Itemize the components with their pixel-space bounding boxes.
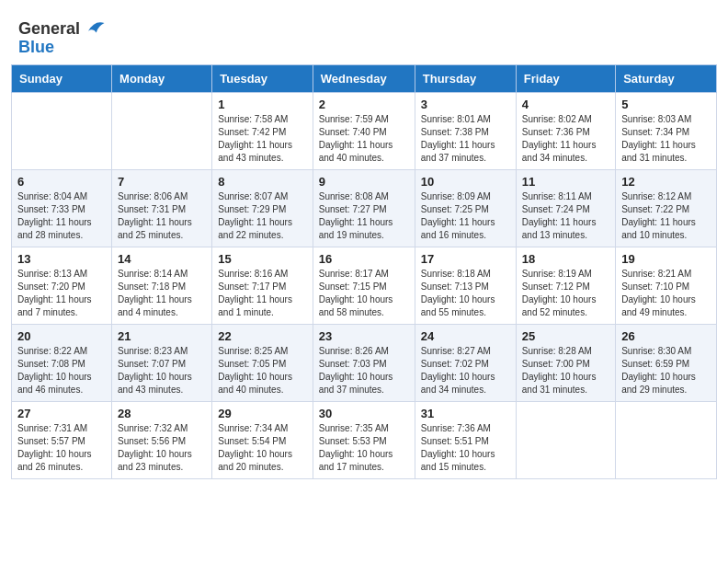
day-cell: 8Sunrise: 8:07 AMSunset: 7:29 PMDaylight… [212, 169, 313, 247]
weekday-header-friday: Friday [516, 64, 615, 92]
day-cell: 18Sunrise: 8:19 AMSunset: 7:12 PMDayligh… [516, 247, 615, 324]
day-info: Sunrise: 8:27 AMSunset: 7:02 PMDaylight:… [421, 346, 495, 395]
day-cell: 17Sunrise: 8:18 AMSunset: 7:13 PMDayligh… [415, 247, 516, 324]
logo-blue-text: Blue [18, 39, 54, 57]
day-cell: 23Sunrise: 8:26 AMSunset: 7:03 PMDayligh… [313, 324, 415, 401]
day-number: 24 [421, 329, 510, 343]
day-number: 5 [621, 98, 711, 111]
day-cell: 21Sunrise: 8:23 AMSunset: 7:07 PMDayligh… [112, 324, 212, 401]
day-cell: 5Sunrise: 8:03 AMSunset: 7:34 PMDaylight… [616, 92, 717, 169]
day-number: 9 [319, 175, 409, 189]
day-cell: 11Sunrise: 8:11 AMSunset: 7:24 PMDayligh… [516, 169, 615, 247]
day-number: 30 [319, 407, 409, 420]
day-cell: 20Sunrise: 8:22 AMSunset: 7:08 PMDayligh… [12, 324, 112, 401]
day-cell: 10Sunrise: 8:09 AMSunset: 7:25 PMDayligh… [415, 169, 516, 247]
day-info: Sunrise: 8:22 AMSunset: 7:08 PMDaylight:… [17, 346, 92, 395]
day-info: Sunrise: 8:09 AMSunset: 7:25 PMDaylight:… [421, 191, 495, 240]
day-cell: 9Sunrise: 8:08 AMSunset: 7:27 PMDaylight… [313, 169, 415, 247]
day-cell: 30Sunrise: 7:35 AMSunset: 5:53 PMDayligh… [313, 401, 415, 478]
day-cell: 26Sunrise: 8:30 AMSunset: 6:59 PMDayligh… [616, 324, 717, 401]
header: General Blue [0, 0, 728, 64]
day-info: Sunrise: 8:17 AMSunset: 7:15 PMDaylight:… [319, 269, 393, 317]
week-row-1: 1Sunrise: 7:58 AMSunset: 7:42 PMDaylight… [12, 92, 717, 169]
day-number: 23 [319, 329, 409, 343]
day-info: Sunrise: 8:13 AMSunset: 7:20 PMDaylight:… [17, 269, 92, 317]
day-cell: 16Sunrise: 8:17 AMSunset: 7:15 PMDayligh… [313, 247, 415, 324]
day-cell: 14Sunrise: 8:14 AMSunset: 7:18 PMDayligh… [112, 247, 212, 324]
day-cell: 24Sunrise: 8:27 AMSunset: 7:02 PMDayligh… [415, 324, 516, 401]
logo: General Blue [18, 17, 108, 57]
logo-bird-icon [82, 17, 108, 42]
calendar-page: General Blue SundayMondayTuesdayWednesda… [0, 0, 728, 563]
day-cell: 25Sunrise: 8:28 AMSunset: 7:00 PMDayligh… [516, 324, 615, 401]
day-cell: 28Sunrise: 7:32 AMSunset: 5:56 PMDayligh… [112, 401, 212, 478]
day-cell [112, 92, 212, 169]
day-info: Sunrise: 8:11 AMSunset: 7:24 PMDaylight:… [522, 191, 597, 240]
day-cell: 6Sunrise: 8:04 AMSunset: 7:33 PMDaylight… [12, 169, 112, 247]
weekday-header-tuesday: Tuesday [212, 64, 313, 92]
day-info: Sunrise: 8:16 AMSunset: 7:17 PMDaylight:… [218, 269, 292, 317]
day-info: Sunrise: 7:31 AMSunset: 5:57 PMDaylight:… [17, 423, 92, 472]
day-number: 17 [421, 252, 510, 266]
weekday-header-sunday: Sunday [12, 64, 112, 92]
day-cell: 22Sunrise: 8:25 AMSunset: 7:05 PMDayligh… [212, 324, 313, 401]
weekday-header-saturday: Saturday [616, 64, 717, 92]
logo-text: General [18, 20, 80, 39]
day-number: 21 [118, 329, 206, 343]
day-number: 15 [218, 252, 306, 266]
day-number: 1 [218, 98, 306, 111]
day-number: 4 [522, 98, 609, 111]
day-info: Sunrise: 8:26 AMSunset: 7:03 PMDaylight:… [319, 346, 393, 395]
day-info: Sunrise: 8:12 AMSunset: 7:22 PMDaylight:… [621, 191, 696, 240]
day-info: Sunrise: 8:04 AMSunset: 7:33 PMDaylight:… [17, 191, 92, 240]
day-info: Sunrise: 7:34 AMSunset: 5:54 PMDaylight:… [218, 423, 292, 472]
day-number: 12 [621, 175, 711, 189]
week-row-2: 6Sunrise: 8:04 AMSunset: 7:33 PMDaylight… [12, 169, 717, 247]
calendar-table: SundayMondayTuesdayWednesdayThursdayFrid… [11, 64, 717, 479]
day-info: Sunrise: 8:23 AMSunset: 7:07 PMDaylight:… [118, 346, 192, 395]
day-cell: 27Sunrise: 7:31 AMSunset: 5:57 PMDayligh… [12, 401, 112, 478]
day-number: 10 [421, 175, 510, 189]
day-cell: 31Sunrise: 7:36 AMSunset: 5:51 PMDayligh… [415, 401, 516, 478]
day-cell: 7Sunrise: 8:06 AMSunset: 7:31 PMDaylight… [112, 169, 212, 247]
day-info: Sunrise: 7:32 AMSunset: 5:56 PMDaylight:… [118, 423, 192, 472]
day-number: 18 [522, 252, 609, 266]
day-number: 19 [621, 252, 711, 266]
day-number: 29 [218, 407, 306, 420]
day-info: Sunrise: 8:30 AMSunset: 6:59 PMDaylight:… [621, 346, 696, 395]
day-info: Sunrise: 8:07 AMSunset: 7:29 PMDaylight:… [218, 191, 292, 240]
day-info: Sunrise: 7:59 AMSunset: 7:40 PMDaylight:… [319, 114, 393, 163]
day-number: 11 [522, 175, 609, 189]
day-info: Sunrise: 8:01 AMSunset: 7:38 PMDaylight:… [421, 114, 495, 163]
day-info: Sunrise: 8:02 AMSunset: 7:36 PMDaylight:… [522, 114, 597, 163]
day-cell: 19Sunrise: 8:21 AMSunset: 7:10 PMDayligh… [616, 247, 717, 324]
weekday-header-thursday: Thursday [415, 64, 516, 92]
day-cell: 29Sunrise: 7:34 AMSunset: 5:54 PMDayligh… [212, 401, 313, 478]
day-cell: 4Sunrise: 8:02 AMSunset: 7:36 PMDaylight… [516, 92, 615, 169]
day-cell [12, 92, 112, 169]
day-number: 25 [522, 329, 609, 343]
day-info: Sunrise: 7:36 AMSunset: 5:51 PMDaylight:… [421, 423, 495, 472]
weekday-header-row: SundayMondayTuesdayWednesdayThursdayFrid… [12, 64, 717, 92]
calendar-wrapper: SundayMondayTuesdayWednesdayThursdayFrid… [0, 64, 728, 490]
day-info: Sunrise: 8:03 AMSunset: 7:34 PMDaylight:… [621, 114, 696, 163]
day-number: 16 [319, 252, 409, 266]
day-info: Sunrise: 7:58 AMSunset: 7:42 PMDaylight:… [218, 114, 292, 163]
day-cell [516, 401, 615, 478]
day-number: 20 [17, 329, 106, 343]
day-info: Sunrise: 8:18 AMSunset: 7:13 PMDaylight:… [421, 269, 495, 317]
day-number: 6 [17, 175, 106, 189]
day-number: 7 [118, 175, 206, 189]
day-cell: 15Sunrise: 8:16 AMSunset: 7:17 PMDayligh… [212, 247, 313, 324]
week-row-4: 20Sunrise: 8:22 AMSunset: 7:08 PMDayligh… [12, 324, 717, 401]
week-row-3: 13Sunrise: 8:13 AMSunset: 7:20 PMDayligh… [12, 247, 717, 324]
day-number: 13 [17, 252, 106, 266]
day-cell: 3Sunrise: 8:01 AMSunset: 7:38 PMDaylight… [415, 92, 516, 169]
day-info: Sunrise: 8:25 AMSunset: 7:05 PMDaylight:… [218, 346, 292, 395]
week-row-5: 27Sunrise: 7:31 AMSunset: 5:57 PMDayligh… [12, 401, 717, 478]
day-info: Sunrise: 8:06 AMSunset: 7:31 PMDaylight:… [118, 191, 192, 240]
day-info: Sunrise: 8:08 AMSunset: 7:27 PMDaylight:… [319, 191, 393, 240]
day-info: Sunrise: 8:28 AMSunset: 7:00 PMDaylight:… [522, 346, 597, 395]
day-cell: 12Sunrise: 8:12 AMSunset: 7:22 PMDayligh… [616, 169, 717, 247]
day-info: Sunrise: 8:19 AMSunset: 7:12 PMDaylight:… [522, 269, 597, 317]
